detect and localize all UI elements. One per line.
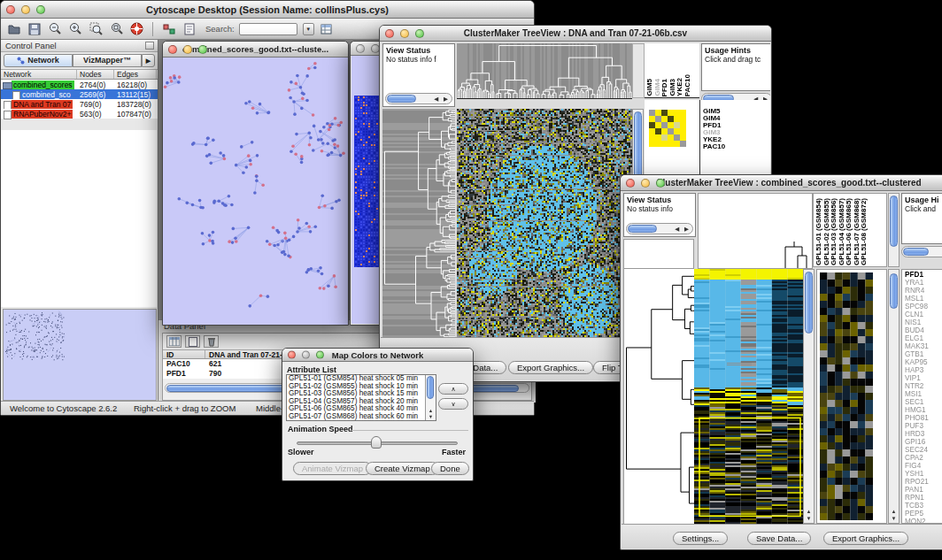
gene-label[interactable]: VIP1 <box>905 374 942 382</box>
treeview1-titlebar[interactable]: ClusterMaker TreeView : DNA and Tran 07-… <box>380 26 771 42</box>
gene-label[interactable]: MSL1 <box>905 295 942 303</box>
gene-label[interactable]: MSI1 <box>905 390 942 398</box>
network-window-titlebar[interactable]: combined_scores_good.txt--cluste... <box>163 42 348 58</box>
zoom-button[interactable] <box>656 179 665 188</box>
close-button[interactable] <box>385 29 394 38</box>
close-button[interactable] <box>168 45 177 54</box>
labels-vscrollbar[interactable] <box>888 193 900 267</box>
attribute-select-icon[interactable] <box>166 335 181 348</box>
minimize-button[interactable] <box>302 351 310 359</box>
gene-label[interactable]: YRA1 <box>905 279 942 287</box>
gene-label[interactable]: RPO21 <box>905 478 942 486</box>
minimize-button[interactable] <box>641 179 650 188</box>
gene-label[interactable]: PAN1 <box>905 486 942 494</box>
gene-label[interactable]: PUF3 <box>905 422 942 430</box>
heatmap-vscrollbar[interactable]: ▲▼ <box>803 269 815 524</box>
float-panel-icon[interactable] <box>145 42 154 50</box>
attribute-list-item[interactable]: GPL51-07 (GSM868) heat shock 60 min <box>287 413 436 421</box>
column-dendrogram-canvas[interactable] <box>457 43 632 99</box>
network-tree-row[interactable]: combined_sco2569(6)13112(15) <box>1 89 158 99</box>
minimize-button[interactable] <box>21 5 30 14</box>
column-dendrogram-canvas[interactable] <box>698 193 813 269</box>
network-column-header[interactable]: Nodes <box>77 70 114 79</box>
gene-label[interactable]: SEC1 <box>905 398 942 406</box>
gene-label[interactable]: GTB1 <box>905 350 942 358</box>
gene-label[interactable]: KAP95 <box>905 358 942 366</box>
gene-label[interactable]: MAK31 <box>905 342 942 350</box>
export-graphics-button[interactable]: Export Graphics... <box>508 361 593 374</box>
attribute-listbox[interactable]: GPL51-01 (GSM854) heat shock 05 minGPL51… <box>286 374 436 421</box>
settings-button[interactable]: Settings... <box>673 532 728 545</box>
close-button[interactable] <box>626 179 635 188</box>
search-dropdown-button[interactable]: ▼ <box>303 23 314 35</box>
row-dendrogram-canvas[interactable] <box>623 269 695 524</box>
gene-label[interactable]: PFD1 <box>905 271 942 279</box>
view-status-scrollbar[interactable]: ◀ ▶ <box>626 223 693 234</box>
annotation-icon[interactable] <box>181 21 197 37</box>
row-dendrogram-canvas[interactable] <box>382 109 455 337</box>
gene-label[interactable]: SPC98 <box>905 303 942 311</box>
close-button[interactable] <box>288 351 296 359</box>
zoom-button[interactable] <box>316 351 324 359</box>
zoom-out-icon[interactable] <box>47 21 63 37</box>
heatmap-canvas[interactable] <box>694 269 803 524</box>
search-input[interactable] <box>239 23 297 35</box>
correlation-matrix[interactable] <box>649 110 686 147</box>
node-attribute-icon[interactable] <box>161 21 177 37</box>
attribute-list-scrollbar[interactable]: ▲▼ <box>425 375 436 420</box>
zoom-vscrollbar[interactable]: ▲▼ <box>888 269 900 524</box>
save-icon[interactable] <box>27 21 42 37</box>
gene-label[interactable]: HAP3 <box>905 366 942 374</box>
usage-hints-scrollbar[interactable] <box>901 246 942 257</box>
gene-label[interactable]: CPA2 <box>905 454 942 462</box>
open-icon[interactable] <box>6 21 22 37</box>
delete-attribute-icon[interactable] <box>204 335 219 348</box>
gene-label[interactable]: HRD3 <box>905 430 942 438</box>
close-button[interactable] <box>6 5 15 14</box>
close-button[interactable] <box>356 44 365 53</box>
move-down-button[interactable]: ∨ <box>438 398 468 410</box>
import-table-icon[interactable] <box>319 21 335 37</box>
network-lifering-icon[interactable] <box>128 21 144 37</box>
gene-label[interactable]: GPI16 <box>905 438 942 446</box>
move-up-button[interactable]: ∧ <box>438 383 468 395</box>
gene-label[interactable]: CLN1 <box>905 311 942 318</box>
zoom-heatmap-canvas[interactable] <box>820 272 873 520</box>
network-overview-panel[interactable] <box>3 309 157 401</box>
heatmap-canvas[interactable] <box>457 109 632 337</box>
zoom-button[interactable] <box>36 5 45 14</box>
tab-overflow-arrow[interactable]: ▶ <box>142 54 155 67</box>
done-button[interactable]: Done <box>431 462 469 475</box>
gene-label[interactable]: PHO81 <box>905 414 942 422</box>
export-graphics-button[interactable]: Export Graphics... <box>823 532 908 545</box>
main-titlebar[interactable]: Cytoscape Desktop (Session Name: collins… <box>1 1 534 19</box>
gene-label[interactable]: RPN1 <box>905 494 942 502</box>
zoom-selected-icon[interactable] <box>88 21 104 37</box>
zoom-button[interactable] <box>415 29 424 38</box>
zoom-fit-icon[interactable] <box>108 21 124 37</box>
gene-label[interactable]: RNR4 <box>905 287 942 295</box>
gene-label[interactable]: HMG1 <box>905 406 942 414</box>
tab-vizmapper[interactable]: VizMapper™ <box>73 54 142 67</box>
treeview2-titlebar[interactable]: ClusterMaker TreeView : combined_scores_… <box>621 175 942 191</box>
zoom-in-icon[interactable] <box>67 21 83 37</box>
gene-label[interactable]: NTR2 <box>905 382 942 390</box>
slider-thumb[interactable] <box>371 436 382 449</box>
zoom-button[interactable] <box>198 45 207 54</box>
gene-label[interactable]: FIG4 <box>905 462 942 470</box>
gene-label[interactable]: SEC24 <box>905 446 942 454</box>
animate-vizmap-button[interactable]: Animate Vizmap <box>293 462 372 475</box>
tab-network[interactable]: Network <box>4 54 73 67</box>
gene-label[interactable]: NIS1 <box>905 318 942 326</box>
dialog-titlebar[interactable]: Map Colors to Network <box>282 349 473 362</box>
gene-label[interactable]: BUD4 <box>905 326 942 334</box>
gene-label[interactable]: YSH1 <box>905 470 942 478</box>
network-tree-row[interactable]: RNAPuberNov2+563(0)107847(0) <box>1 109 158 119</box>
gene-label[interactable]: ELG1 <box>905 334 942 342</box>
gene-label[interactable]: PAC10 <box>703 143 770 150</box>
gene-label[interactable]: PEP5 <box>905 510 942 518</box>
network-view-canvas[interactable] <box>163 58 348 325</box>
network-tree-row[interactable]: DNA and Tran 07769(0)183728(0) <box>1 99 158 109</box>
network-column-header[interactable]: Edges <box>114 70 157 79</box>
network-tree-row[interactable]: combined_scores2764(0)16218(0) <box>1 80 158 89</box>
